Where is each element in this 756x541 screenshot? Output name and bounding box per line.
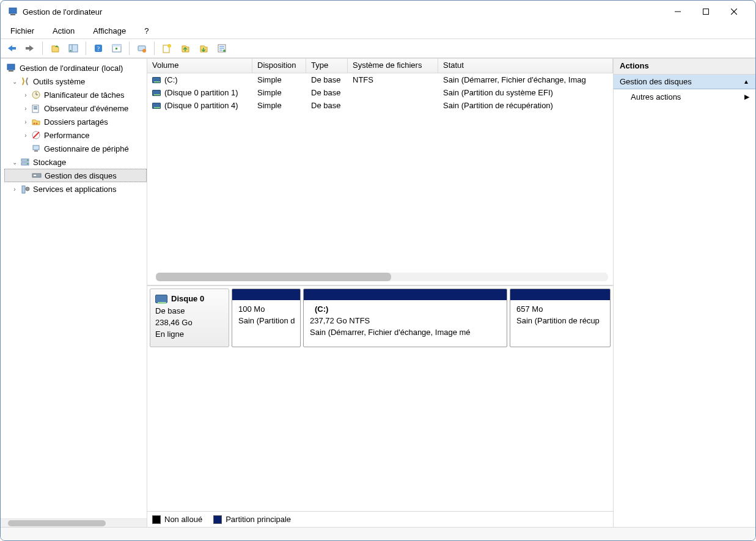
column-header-volume[interactable]: Volume [147,59,252,73]
tree-label: Dossiers partagés [44,117,108,127]
tree-device-manager[interactable]: Gestionnaire de périphé [4,142,147,155]
storage-icon [20,157,30,167]
tree-label: Performance [44,131,89,140]
menu-help[interactable]: ? [142,25,151,37]
tree-system-tools[interactable]: ⌄ Outils système [4,75,147,88]
minimize-button[interactable] [664,2,692,21]
close-button[interactable] [720,2,748,21]
partition-name: (C:) [310,304,501,315]
svg-rect-7 [26,47,29,50]
menu-file[interactable]: Fichier [8,25,37,37]
center-panel: Volume Disposition Type Système de fichi… [147,59,614,527]
partition-recovery[interactable]: 657 Mo Sain (Partition de récup [510,289,611,347]
volume-layout: Simple [252,101,306,110]
actions-section-label: Gestion des disques [620,77,692,86]
tree-label: Stockage [33,158,66,167]
properties-button[interactable] [215,41,229,56]
expand-icon[interactable]: › [21,92,30,98]
expand-icon[interactable]: › [21,105,30,112]
up-button[interactable] [48,41,62,56]
expand-icon[interactable]: › [10,186,19,193]
console-tree-button[interactable] [109,41,124,56]
toolbar: ? [1,39,755,58]
collapse-icon[interactable]: ⌄ [10,78,19,85]
menu-view[interactable]: Affichage [90,25,128,37]
svg-rect-37 [33,145,39,150]
svg-rect-3 [703,9,709,15]
column-header-filesystem[interactable]: Système de fichiers [348,59,438,73]
tree-label: Outils système [33,77,85,86]
volume-list: Volume Disposition Type Système de fichi… [147,59,613,286]
menu-bar: Fichier Action Affichage ? [1,23,755,39]
toolbar-separator [42,42,43,55]
disk-row: Disque 0 De base 238,46 Go En ligne 100 … [150,289,611,347]
partition-stripe [510,289,610,300]
svg-rect-45 [22,186,25,193]
detach-vhd-button[interactable] [196,41,211,56]
forward-button[interactable] [23,41,37,56]
new-volume-button[interactable] [160,41,174,56]
help-button[interactable]: ? [91,41,106,56]
tree-label: Observateur d'événeme [44,104,128,113]
svg-point-41 [27,160,28,161]
disk-label-panel[interactable]: Disque 0 De base 238,46 Go En ligne [150,289,229,347]
refresh-button[interactable] [134,41,149,56]
toolbar-separator [129,42,130,55]
svg-rect-26 [9,70,13,72]
svg-point-19 [167,44,171,48]
tree-root[interactable]: Gestion de l'ordinateur (local) [4,61,147,75]
tree-services-apps[interactable]: › Services et applications [4,182,147,196]
svg-point-17 [142,49,146,53]
status-bar [1,527,755,540]
expand-icon[interactable]: › [21,132,30,139]
back-button[interactable] [4,41,19,56]
partition-efi[interactable]: 100 Mo Sain (Partition d [232,289,301,347]
svg-point-33 [34,123,35,125]
actions-more[interactable]: Autres actions ▶ [614,89,755,104]
disk-graphical-area: Disque 0 De base 238,46 Go En ligne 100 … [147,286,613,527]
tree-label: Services et applications [33,185,117,194]
partition-c[interactable]: (C:) 237,72 Go NTFS Sain (Démarrer, Fich… [303,289,507,347]
event-viewer-icon [31,103,41,113]
disk-kind: De base [155,306,222,317]
volume-row[interactable]: (Disque 0 partition 1) Simple De base Sa… [147,86,613,99]
toolbar-separator [154,42,155,55]
column-header-status[interactable]: Statut [438,59,613,73]
tree-event-viewer[interactable]: › Observateur d'événeme [4,101,147,115]
legend-primary: Partition principale [213,515,291,524]
attach-vhd-button[interactable] [178,41,193,56]
window-title: Gestion de l'ordinateur [23,7,102,17]
volume-name: (Disque 0 partition 4) [164,101,238,110]
svg-point-34 [36,123,38,125]
menu-action[interactable]: Action [50,25,77,37]
expand-icon[interactable]: › [21,119,30,125]
volume-row[interactable]: (C:) Simple De base NTFS Sain (Démarrer,… [147,73,613,86]
actions-section[interactable]: Gestion des disques ▲ [614,75,755,89]
volume-list-scrollbar[interactable] [156,273,608,281]
tree-label: Gestion des disques [45,171,117,180]
actions-more-label: Autres actions [631,92,681,101]
actions-header: Actions [614,59,755,75]
column-header-type[interactable]: Type [306,59,348,73]
tools-icon [20,76,30,86]
tree-shared-folders[interactable]: › Dossiers partagés [4,115,147,128]
tree-task-scheduler[interactable]: › Planificateur de tâches [4,88,147,101]
maximize-button[interactable] [692,2,720,21]
tree-disk-management[interactable]: Gestion des disques [4,169,147,182]
svg-rect-44 [34,175,36,176]
volume-layout: Simple [252,88,306,97]
svg-rect-38 [34,150,38,152]
tree-horizontal-scrollbar[interactable] [1,518,147,527]
volume-row[interactable]: (Disque 0 partition 4) Simple De base Sa… [147,99,613,112]
column-header-layout[interactable]: Disposition [252,59,306,73]
collapse-icon[interactable]: ⌄ [10,159,19,166]
swatch-primary [213,515,222,524]
volume-name: (Disque 0 partition 1) [164,88,238,97]
performance-icon [31,130,41,140]
tree-label: Gestionnaire de périphé [44,144,129,153]
tree-performance[interactable]: › Performance [4,128,147,142]
disk-icon [155,295,167,303]
show-hide-tree-button[interactable] [66,41,81,56]
tree-storage[interactable]: ⌄ Stockage [4,155,147,169]
volume-status: Sain (Démarrer, Fichier d'échange, Imag [438,75,613,84]
